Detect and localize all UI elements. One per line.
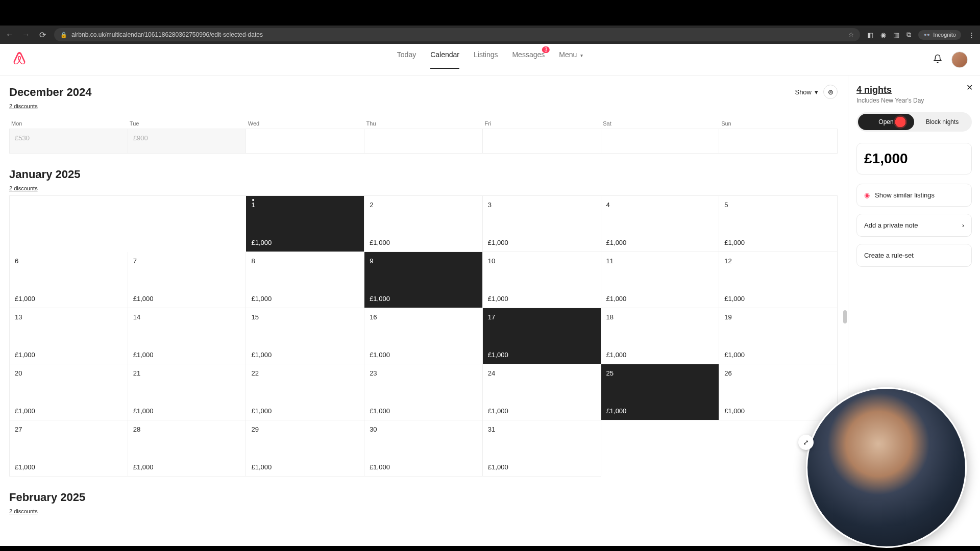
calendar-cell[interactable]: 24£1,000 xyxy=(483,364,601,420)
calendar-grid-dec: £530£900 xyxy=(9,129,838,154)
nav-calendar[interactable]: Calendar xyxy=(430,51,459,69)
calendar-cell[interactable]: 30£1,000 xyxy=(364,420,483,477)
cell-day: 20 xyxy=(15,369,122,377)
nav-today[interactable]: Today xyxy=(397,51,416,69)
toggle-block[interactable]: Block nights xyxy=(914,114,970,130)
calendar-cell[interactable]: 2£1,000 xyxy=(364,196,483,252)
calendar-cell[interactable]: 20£1,000 xyxy=(10,364,128,420)
price-display[interactable]: £1,000 xyxy=(856,143,972,174)
calendar-cell[interactable] xyxy=(719,129,838,154)
weekday-label: Sun xyxy=(719,118,838,129)
calendar-cell[interactable]: £900 xyxy=(128,129,247,154)
calendar-cell[interactable]: 13£1,000 xyxy=(10,308,128,364)
calendar-cell[interactable]: 5£1,000 xyxy=(719,196,838,252)
calendar-cell[interactable]: 16£1,000 xyxy=(364,308,483,364)
cell-price: £1,000 xyxy=(370,295,477,303)
ext-icon-2[interactable]: ◉ xyxy=(880,31,886,39)
bottom-bar xyxy=(0,546,980,551)
incognito-badge: 👓 Incognito xyxy=(918,30,961,40)
close-icon[interactable]: ✕ xyxy=(966,83,973,92)
menu-icon[interactable]: ⋮ xyxy=(968,31,975,39)
add-private-note[interactable]: Add a private note › xyxy=(856,214,972,237)
calendar-cell[interactable]: 11£1,000 xyxy=(601,252,720,308)
discounts-link[interactable]: 2 discounts xyxy=(9,103,38,109)
ext-icon-3[interactable]: ▥ xyxy=(893,31,899,39)
cell-price: £1,000 xyxy=(724,295,832,303)
avatar[interactable] xyxy=(951,52,968,68)
cell-day: 26 xyxy=(724,369,832,377)
calendar-cell[interactable]: 23£1,000 xyxy=(364,364,483,420)
weekday-label: Tue xyxy=(128,118,246,129)
cell-price: £1,000 xyxy=(370,239,477,246)
calendar-cell[interactable] xyxy=(246,129,364,154)
calendar-cell[interactable]: 28£1,000 xyxy=(128,420,247,477)
cell-day: 5 xyxy=(724,201,832,209)
cell-day: 2 xyxy=(370,201,477,209)
calendar-cell[interactable]: 14£1,000 xyxy=(128,308,247,364)
cell-day: 28 xyxy=(133,425,241,433)
calendar-cell[interactable]: 12£1,000 xyxy=(719,252,838,308)
calendar-cell[interactable]: 4£1,000 xyxy=(601,196,720,252)
cell-day: 18 xyxy=(606,313,714,321)
header-right xyxy=(933,52,968,68)
calendar-cell-empty xyxy=(601,420,720,477)
weekday-label: Mon xyxy=(9,118,128,129)
nav-messages[interactable]: Messages 3 xyxy=(512,51,545,69)
calendar-cell[interactable]: 17£1,000 xyxy=(483,308,601,364)
toggle-open[interactable]: Open xyxy=(858,114,914,130)
month-february: February 2025 2 discounts xyxy=(9,491,848,518)
scrollbar-thumb[interactable] xyxy=(843,310,847,323)
webcam-control-icon[interactable]: ⤢ xyxy=(798,435,814,450)
calendar-cell[interactable]: 10£1,000 xyxy=(483,252,601,308)
calendar-cell[interactable]: 21£1,000 xyxy=(128,364,247,420)
calendar-cell[interactable]: 6£1,000 xyxy=(10,252,128,308)
calendar-cell[interactable]: 29£1,000 xyxy=(246,420,364,477)
create-rule-set[interactable]: Create a rule-set xyxy=(856,244,972,267)
sidebar-subtitle: Includes New Year's Day xyxy=(856,97,972,104)
calendar-cell[interactable]: 7£1,000 xyxy=(128,252,247,308)
forward-button[interactable]: → xyxy=(21,30,31,39)
calendar-cell[interactable]: £530 xyxy=(10,129,128,154)
calendar-cell[interactable]: 19£1,000 xyxy=(719,308,838,364)
reload-button[interactable]: ⟳ xyxy=(38,30,47,39)
discounts-link[interactable]: 2 discounts xyxy=(9,508,38,514)
address-bar[interactable]: 🔒 airbnb.co.uk/multicalendar/10611862803… xyxy=(54,28,860,41)
settings-icon[interactable]: ⊜ xyxy=(823,85,838,99)
show-dropdown[interactable]: Show ▾ xyxy=(795,88,818,96)
calendar-cell[interactable]: 9£1,000 xyxy=(364,252,483,308)
sidebar-title: 4 nights xyxy=(856,85,972,95)
cell-day: 4 xyxy=(606,201,714,209)
cell-day: 24 xyxy=(488,369,596,377)
cell-price: £1,000 xyxy=(15,351,122,359)
nav-listings[interactable]: Listings xyxy=(474,51,498,69)
airbnb-logo[interactable] xyxy=(12,52,27,68)
bell-icon[interactable] xyxy=(933,54,942,65)
ext-icon-1[interactable]: ◧ xyxy=(867,31,873,39)
calendar-cell[interactable]: 18£1,000 xyxy=(601,308,720,364)
star-icon[interactable]: ☆ xyxy=(848,31,854,38)
back-button[interactable]: ← xyxy=(5,30,14,39)
ext-icon-4[interactable]: ⧉ xyxy=(906,31,911,39)
calendar-cell[interactable]: 27£1,000 xyxy=(10,420,128,477)
calendar-cell[interactable]: 1£1,000 xyxy=(246,196,364,252)
discounts-link[interactable]: 2 discounts xyxy=(9,185,38,191)
nav-menu[interactable]: Menu ▾ xyxy=(559,51,583,69)
calendar-cell[interactable] xyxy=(601,129,720,154)
calendar-cell[interactable] xyxy=(364,129,483,154)
cell-day: 16 xyxy=(370,313,477,321)
cell-price: £1,000 xyxy=(488,239,596,246)
cell-day: 13 xyxy=(15,313,122,321)
month-december: December 2024 2 discounts MonTueWedThuFr… xyxy=(9,86,848,154)
calendar-cell[interactable]: 15£1,000 xyxy=(246,308,364,364)
calendar-cell[interactable]: 22£1,000 xyxy=(246,364,364,420)
show-similar-listings[interactable]: ◉ Show similar listings xyxy=(856,184,972,207)
calendar-cell[interactable] xyxy=(483,129,601,154)
cell-day: 12 xyxy=(724,257,832,265)
calendar-cell[interactable]: 8£1,000 xyxy=(246,252,364,308)
cell-day: 6 xyxy=(15,257,122,265)
browser-toolbar: ← → ⟳ 🔒 airbnb.co.uk/multicalendar/10611… xyxy=(0,26,980,44)
calendar-cell[interactable]: 31£1,000 xyxy=(483,420,601,477)
calendar-cell[interactable]: 25£1,000 xyxy=(601,364,720,420)
calendar-cell[interactable]: 3£1,000 xyxy=(483,196,601,252)
calendar-cell[interactable]: 26£1,000 xyxy=(719,364,838,420)
